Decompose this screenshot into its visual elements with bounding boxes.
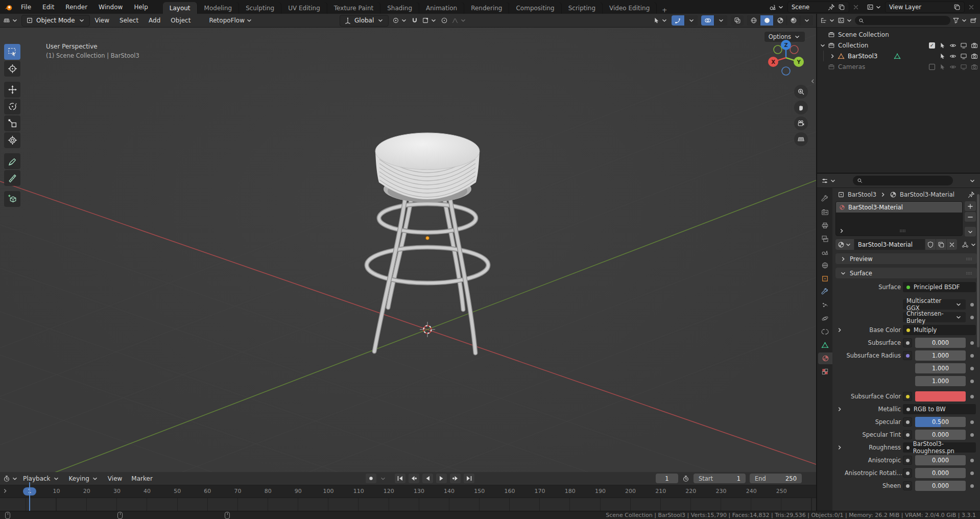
pivot-point-dropdown[interactable] bbox=[392, 17, 408, 24]
decorator-dot[interactable] bbox=[970, 367, 974, 370]
resize-grip-icon[interactable] bbox=[899, 229, 906, 232]
tab-particles[interactable] bbox=[818, 299, 831, 311]
panel-surface[interactable]: Surface bbox=[835, 268, 977, 278]
drag-grip-icon[interactable] bbox=[966, 272, 973, 275]
decorator-dot[interactable] bbox=[970, 459, 974, 462]
metallic-node-button[interactable]: RGB to BW bbox=[903, 404, 976, 414]
frame-start-field[interactable]: Start1 bbox=[694, 474, 746, 483]
axis-neg-x[interactable] bbox=[790, 45, 798, 54]
close-icon[interactable] bbox=[852, 4, 859, 11]
timeline-collapse-arrow[interactable] bbox=[2, 487, 9, 494]
subsurface-color-swatch[interactable] bbox=[915, 391, 966, 402]
viewport-menu-item[interactable]: Select bbox=[114, 17, 144, 24]
outliner-row-barstool3[interactable]: BarStool3 bbox=[817, 51, 980, 61]
overlays-toggle[interactable] bbox=[701, 15, 714, 26]
timeline-menu-dropdown[interactable]: Playback bbox=[18, 475, 64, 482]
viewport-disable-icon[interactable] bbox=[960, 63, 967, 70]
anisotropic-slider[interactable]: 0.000 bbox=[915, 455, 966, 465]
timeline-menu-item[interactable]: Marker bbox=[127, 475, 157, 482]
tab-object-data[interactable] bbox=[818, 339, 831, 351]
breadcrumb-material[interactable]: BarStool3-Material bbox=[900, 191, 954, 198]
slot-specials-dropdown[interactable] bbox=[965, 227, 976, 237]
anisotropic-rotation-slider[interactable]: 0.000 bbox=[915, 468, 966, 478]
tab-texture[interactable] bbox=[818, 366, 831, 378]
tab-constraints[interactable] bbox=[818, 326, 831, 338]
outliner-row-collection[interactable]: Collection ✓ bbox=[817, 40, 980, 51]
expand-icon[interactable] bbox=[836, 406, 843, 413]
node-socket[interactable] bbox=[903, 468, 912, 478]
shading-dropdown[interactable] bbox=[800, 15, 813, 26]
jump-to-start-button[interactable] bbox=[395, 474, 405, 483]
outliner-editor-type-button[interactable] bbox=[820, 17, 835, 24]
scene-selector[interactable]: Scene bbox=[787, 2, 849, 13]
outliner-search-input[interactable] bbox=[855, 16, 950, 25]
pin-icon[interactable] bbox=[968, 191, 975, 198]
hide-eye-icon[interactable] bbox=[949, 42, 957, 49]
barstool-object[interactable] bbox=[367, 133, 488, 353]
viewport-disable-icon[interactable] bbox=[960, 42, 967, 49]
blender-logo-icon[interactable] bbox=[4, 3, 13, 12]
auto-keying-button[interactable] bbox=[366, 474, 376, 483]
decorator-dot[interactable] bbox=[970, 316, 974, 319]
collection-checkbox[interactable] bbox=[929, 64, 935, 70]
distribution-dropdown[interactable]: Multiscatter GGX bbox=[903, 299, 966, 310]
hide-eye-icon[interactable] bbox=[949, 53, 957, 60]
tab-object[interactable] bbox=[818, 273, 831, 285]
tab-material[interactable] bbox=[818, 352, 832, 364]
tab-render[interactable] bbox=[818, 206, 831, 218]
specular-slider[interactable]: 0.500 bbox=[915, 417, 966, 427]
timeline-menu-dropdown[interactable]: Keying bbox=[64, 475, 103, 482]
selectable-icon[interactable] bbox=[939, 42, 946, 49]
fake-user-button[interactable] bbox=[925, 239, 936, 250]
tab-tool[interactable] bbox=[818, 193, 831, 205]
outliner-display-mode-dropdown[interactable] bbox=[838, 17, 853, 24]
axis-neg-y[interactable] bbox=[774, 45, 782, 54]
node-socket[interactable] bbox=[903, 417, 912, 427]
snap-toggle[interactable] bbox=[411, 17, 418, 24]
material-name-field[interactable]: BarStool3-Material bbox=[854, 239, 925, 250]
transform-orientation-dropdown[interactable]: Global bbox=[340, 15, 389, 27]
zoom-button[interactable] bbox=[794, 85, 808, 99]
timeline-editor-type-button[interactable] bbox=[3, 475, 18, 482]
view-layer-browse-button[interactable] bbox=[867, 4, 882, 11]
render-disable-icon[interactable] bbox=[971, 63, 978, 70]
shading-wireframe-button[interactable] bbox=[747, 15, 760, 26]
view-layer-selector[interactable]: View Layer bbox=[885, 2, 965, 13]
frame-end-field[interactable]: End250 bbox=[750, 474, 802, 483]
selectable-icon[interactable] bbox=[939, 63, 946, 70]
properties-search-input[interactable] bbox=[853, 176, 953, 185]
object-origin-dot[interactable] bbox=[426, 237, 429, 240]
decorator-dot[interactable] bbox=[970, 395, 974, 398]
remove-slot-button[interactable] bbox=[965, 212, 976, 222]
panel-preview[interactable]: Preview bbox=[835, 253, 977, 264]
decorator-dot[interactable] bbox=[970, 354, 974, 358]
workspace-tab[interactable]: Scripting bbox=[562, 2, 603, 14]
play-reverse-button[interactable] bbox=[422, 474, 433, 483]
workspace-tab[interactable]: Shading bbox=[380, 2, 419, 14]
topbar-menu-item[interactable]: Edit bbox=[37, 0, 60, 14]
node-socket[interactable] bbox=[903, 481, 912, 490]
tool-move[interactable] bbox=[4, 82, 20, 98]
add-slot-button[interactable] bbox=[965, 201, 976, 211]
base-color-node-button[interactable]: Multiply bbox=[903, 325, 976, 335]
viewport-menu-item[interactable]: Object bbox=[165, 17, 196, 24]
outliner-filter-dropdown[interactable] bbox=[952, 17, 968, 24]
sidebar-collapse-arrow[interactable] bbox=[809, 78, 816, 85]
scene-browse-button[interactable] bbox=[769, 4, 784, 11]
prev-keyframe-button[interactable] bbox=[409, 474, 419, 483]
unlink-material-button[interactable] bbox=[947, 239, 957, 250]
decorator-dot[interactable] bbox=[970, 484, 974, 488]
add-workspace-button[interactable]: + bbox=[657, 7, 672, 14]
decorator-dot[interactable] bbox=[970, 380, 974, 383]
properties-options-dropdown[interactable] bbox=[969, 177, 976, 184]
subsurface-radius-field-1[interactable]: 1.000 bbox=[915, 350, 966, 361]
expand-icon[interactable] bbox=[836, 444, 843, 451]
workspace-tab[interactable]: Video Editing bbox=[603, 2, 657, 14]
outliner-row-cameras[interactable]: Cameras bbox=[817, 61, 980, 72]
collection-checkbox[interactable]: ✓ bbox=[929, 42, 935, 49]
decorator-dot[interactable] bbox=[970, 303, 974, 306]
pin-icon[interactable] bbox=[828, 4, 835, 11]
tool-annotate[interactable] bbox=[4, 153, 20, 169]
surface-shader-button[interactable]: Principled BSDF bbox=[903, 282, 976, 292]
workspace-tab[interactable]: UV Editing bbox=[281, 2, 327, 14]
